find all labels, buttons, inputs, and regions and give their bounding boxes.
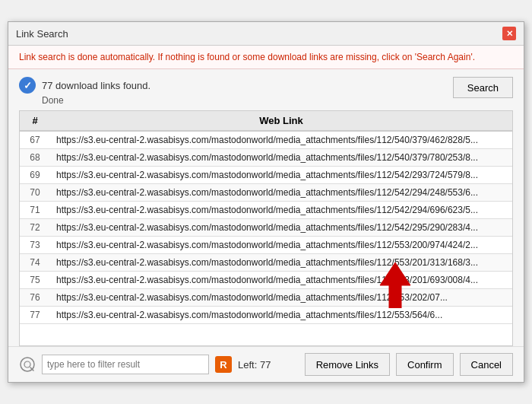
left-count: Left: 77 bbox=[238, 359, 271, 371]
table-row[interactable]: 67https://s3.eu-central-2.wasabisys.com/… bbox=[20, 131, 512, 149]
row-url: https://s3.eu-central-2.wasabisys.com/ma… bbox=[50, 131, 512, 149]
table-row[interactable]: 75https://s3.eu-central-2.wasabisys.com/… bbox=[20, 272, 512, 289]
links-table-container[interactable]: # Web Link 67https://s3.eu-central-2.was… bbox=[19, 110, 513, 346]
cancel-button[interactable]: Cancel bbox=[460, 353, 513, 376]
row-url: https://s3.eu-central-2.wasabisys.com/ma… bbox=[50, 289, 512, 307]
info-bar: Link search is done automatically. If no… bbox=[8, 46, 524, 69]
dialog-title: Link Search bbox=[16, 28, 68, 40]
r-icon: R bbox=[215, 356, 232, 373]
table-row[interactable]: 76https://s3.eu-central-2.wasabisys.com/… bbox=[20, 289, 512, 307]
remove-links-button[interactable]: Remove Links bbox=[305, 353, 390, 376]
row-url: https://s3.eu-central-2.wasabisys.com/ma… bbox=[50, 184, 512, 202]
row-num: 75 bbox=[20, 272, 50, 289]
table-row[interactable]: 73https://s3.eu-central-2.wasabisys.com/… bbox=[20, 237, 512, 254]
row-url: https://s3.eu-central-2.wasabisys.com/ma… bbox=[50, 237, 512, 254]
check-icon: ✓ bbox=[19, 77, 36, 94]
title-bar: Link Search ✕ bbox=[8, 22, 524, 46]
link-search-dialog: Link Search ✕ Link search is done automa… bbox=[8, 21, 524, 383]
row-url: https://s3.eu-central-2.wasabisys.com/ma… bbox=[50, 272, 512, 289]
row-num: 67 bbox=[20, 131, 50, 149]
row-url: https://s3.eu-central-2.wasabisys.com/ma… bbox=[50, 149, 512, 167]
confirm-button[interactable]: Confirm bbox=[396, 353, 454, 376]
info-text: Link search is done automatically. If no… bbox=[19, 52, 475, 62]
row-url: https://s3.eu-central-2.wasabisys.com/ma… bbox=[50, 307, 512, 324]
filter-icon bbox=[19, 356, 36, 373]
row-num: 68 bbox=[20, 149, 50, 167]
search-again-button[interactable]: Search bbox=[453, 77, 513, 98]
svg-point-1 bbox=[24, 361, 30, 367]
row-num: 71 bbox=[20, 202, 50, 219]
row-num: 77 bbox=[20, 307, 50, 324]
row-url: https://s3.eu-central-2.wasabisys.com/ma… bbox=[50, 219, 512, 237]
status-found: ✓ 77 download links found. bbox=[19, 77, 150, 94]
row-url: https://s3.eu-central-2.wasabisys.com/ma… bbox=[50, 202, 512, 219]
status-left: ✓ 77 download links found. Done bbox=[19, 77, 150, 106]
table-row[interactable]: 68https://s3.eu-central-2.wasabisys.com/… bbox=[20, 149, 512, 167]
bottom-bar: R Left: 77 Remove Links Confirm Cancel bbox=[8, 346, 524, 382]
row-num: 70 bbox=[20, 184, 50, 202]
table-row[interactable]: 71https://s3.eu-central-2.wasabisys.com/… bbox=[20, 202, 512, 219]
row-num: 74 bbox=[20, 254, 50, 272]
row-url: https://s3.eu-central-2.wasabisys.com/ma… bbox=[50, 254, 512, 272]
row-num: 76 bbox=[20, 289, 50, 307]
status-row: ✓ 77 download links found. Done Search bbox=[8, 69, 524, 110]
table-header-row: # Web Link bbox=[20, 111, 512, 131]
row-num: 72 bbox=[20, 219, 50, 237]
links-table: # Web Link 67https://s3.eu-central-2.was… bbox=[20, 111, 512, 324]
done-label: Done bbox=[42, 95, 150, 106]
table-row[interactable]: 77https://s3.eu-central-2.wasabisys.com/… bbox=[20, 307, 512, 324]
found-text: 77 download links found. bbox=[42, 80, 150, 91]
row-url: https://s3.eu-central-2.wasabisys.com/ma… bbox=[50, 167, 512, 184]
row-num: 73 bbox=[20, 237, 50, 254]
col-header-num: # bbox=[20, 111, 50, 131]
close-button[interactable]: ✕ bbox=[502, 27, 516, 40]
table-row[interactable]: 72https://s3.eu-central-2.wasabisys.com/… bbox=[20, 219, 512, 237]
table-row[interactable]: 70https://s3.eu-central-2.wasabisys.com/… bbox=[20, 184, 512, 202]
row-num: 69 bbox=[20, 167, 50, 184]
col-header-weblink: Web Link bbox=[50, 111, 512, 131]
table-row[interactable]: 69https://s3.eu-central-2.wasabisys.com/… bbox=[20, 167, 512, 184]
filter-input[interactable] bbox=[42, 355, 209, 374]
table-row[interactable]: 74https://s3.eu-central-2.wasabisys.com/… bbox=[20, 254, 512, 272]
